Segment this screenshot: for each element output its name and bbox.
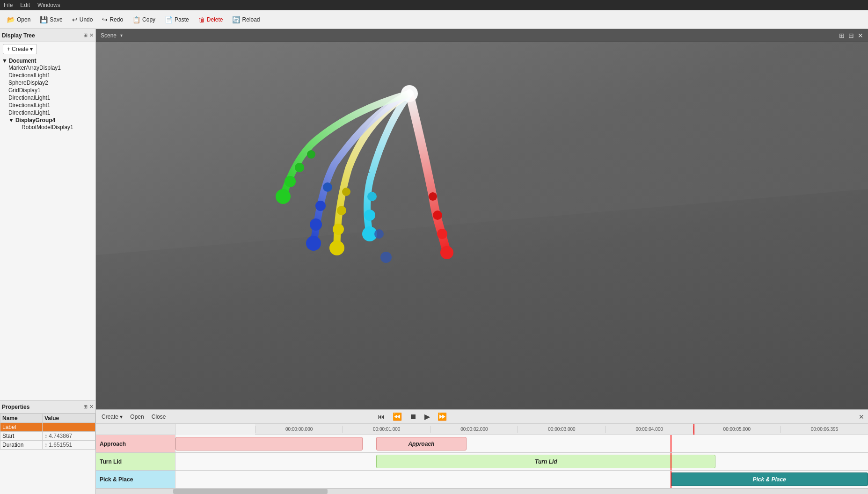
reload-button[interactable]: 🔄 Reload bbox=[228, 14, 264, 26]
viewport-canvas[interactable] bbox=[96, 42, 868, 409]
tree-content: ▼ Document MarkerArrayDisplay1 Direction… bbox=[0, 56, 95, 400]
step-back-button[interactable]: ⏪ bbox=[390, 411, 404, 422]
tree-displaygroup4-label[interactable]: ▼ DisplayGroup4 bbox=[8, 117, 94, 124]
tree-item-dirlight4[interactable]: DirectionalLight1 bbox=[8, 109, 94, 116]
main-layout: Display Tree ⊞ ✕ + Create ▾ ▼ Document bbox=[0, 29, 868, 494]
stop-button[interactable]: ⏹ bbox=[407, 412, 419, 422]
copy-icon: 📋 bbox=[132, 16, 140, 23]
prop-value-0[interactable] bbox=[42, 423, 95, 432]
step-forward-button[interactable]: ⏩ bbox=[435, 411, 449, 422]
track-label-approach-text: Approach bbox=[100, 441, 126, 447]
svg-point-15 bbox=[323, 182, 332, 192]
menu-windows[interactable]: Windows bbox=[37, 2, 60, 8]
save-button[interactable]: 💾 Save bbox=[36, 14, 66, 26]
timeline-close-button[interactable]: Close bbox=[150, 413, 168, 421]
properties-close-icon[interactable]: ✕ bbox=[89, 404, 94, 410]
ruler-mark-2: 00:00:02.000 bbox=[430, 426, 518, 433]
menu-file[interactable]: File bbox=[4, 2, 13, 8]
svg-point-8 bbox=[329, 240, 344, 255]
display-tree-close-icon[interactable]: ✕ bbox=[89, 32, 94, 38]
svg-point-7 bbox=[367, 192, 377, 201]
copy-button[interactable]: 📋 Copy bbox=[128, 14, 160, 26]
svg-point-12 bbox=[306, 236, 321, 251]
tree-item-dirlight2[interactable]: DirectionalLight1 bbox=[8, 94, 94, 102]
timeline-controls: ⏮ ⏪ ⏹ ▶ ⏩ bbox=[375, 411, 449, 422]
create-button[interactable]: + Create ▾ bbox=[3, 44, 37, 54]
svg-point-14 bbox=[315, 201, 326, 211]
delete-icon: 🗑 bbox=[198, 16, 205, 23]
trajectories-svg bbox=[236, 65, 470, 276]
timeline-toolbar-left: Create ▾ Open Close bbox=[100, 413, 168, 421]
scene-dropdown-icon[interactable]: ▾ bbox=[120, 33, 123, 38]
track-row-approach: Approach Approach bbox=[96, 435, 868, 453]
svg-point-6 bbox=[364, 210, 375, 221]
properties-expand-icon[interactable]: ⊞ bbox=[83, 404, 88, 410]
properties-header: Properties ⊞ ✕ bbox=[0, 400, 95, 414]
properties-row-0[interactable]: Label bbox=[0, 423, 95, 432]
timeline-scrollbar[interactable] bbox=[96, 488, 868, 494]
properties-section: Properties ⊞ ✕ Name Value LabelStart↕ 4.… bbox=[0, 400, 95, 494]
track-playhead-pickplace bbox=[671, 471, 671, 488]
redo-button[interactable]: ↪ Redo bbox=[98, 14, 127, 26]
tree-displaygroup4-children: RobotModelDisplay1 bbox=[8, 124, 94, 131]
tree-item-griddisplay[interactable]: GridDisplay1 bbox=[8, 87, 94, 94]
svg-point-19 bbox=[307, 150, 315, 159]
open-label: Open bbox=[17, 16, 30, 23]
svg-point-21 bbox=[380, 252, 392, 263]
tree-item-spheredisplay[interactable]: SphereDisplay2 bbox=[8, 79, 94, 87]
prop-name-0: Label bbox=[0, 423, 43, 432]
tree-item-dirlight3[interactable]: DirectionalLight1 bbox=[8, 102, 94, 109]
undo-button[interactable]: ↩ Undo bbox=[68, 14, 97, 26]
track-label-approach: Approach bbox=[96, 435, 175, 452]
open-button[interactable]: 📂 Open bbox=[3, 14, 35, 26]
tree-item-robotmodel[interactable]: RobotModelDisplay1 bbox=[22, 124, 94, 131]
menu-edit[interactable]: Edit bbox=[20, 2, 30, 8]
viewport-area: Scene ▾ ⊞ ⊟ ✕ bbox=[96, 29, 868, 494]
properties-row-2[interactable]: Duration↕ 1.651551 bbox=[0, 441, 95, 450]
menu-bar: File Edit Windows bbox=[0, 0, 868, 10]
track-block-approach-2[interactable]: Approach bbox=[376, 437, 466, 450]
track-content-approach[interactable]: Approach bbox=[175, 435, 868, 452]
viewport-close-icon[interactable]: ✕ bbox=[858, 32, 863, 39]
save-label: Save bbox=[50, 16, 62, 23]
svg-point-20 bbox=[374, 229, 384, 239]
svg-point-2 bbox=[437, 229, 447, 239]
tree-displaygroup4-arrow: ▼ bbox=[8, 117, 14, 124]
prop-value-2[interactable]: ↕ 1.651551 bbox=[42, 441, 95, 450]
properties-header-icons: ⊞ ✕ bbox=[83, 404, 94, 410]
viewport-tile-icon[interactable]: ⊟ bbox=[848, 32, 854, 39]
tree-document-arrow: ▼ bbox=[2, 58, 7, 64]
timeline-open-button[interactable]: Open bbox=[128, 413, 146, 421]
scene-label[interactable]: Scene bbox=[101, 32, 117, 39]
timeline-panel-close-icon[interactable]: ✕ bbox=[859, 413, 864, 421]
track-block-pickplace[interactable]: Pick & Place bbox=[671, 472, 868, 486]
track-playhead-turnlid bbox=[671, 453, 671, 470]
prop-name-1: Start bbox=[0, 432, 43, 441]
track-block-approach-1[interactable] bbox=[175, 437, 363, 450]
properties-row-1[interactable]: Start↕ 4.743867 bbox=[0, 432, 95, 441]
track-content-turnlid[interactable]: Turn Lid bbox=[175, 453, 868, 470]
tree-document-label[interactable]: ▼ Document bbox=[2, 58, 94, 64]
timeline-tracks: Approach Approach bbox=[96, 435, 868, 488]
save-icon: 💾 bbox=[40, 16, 48, 23]
ruler-mark-1: 00:00:01.000 bbox=[343, 426, 430, 433]
delete-button[interactable]: 🗑 Delete bbox=[194, 14, 227, 26]
tree-group-document: ▼ Document MarkerArrayDisplay1 Direction… bbox=[2, 57, 94, 132]
track-row-pickplace: Pick & Place Pick & Place bbox=[96, 471, 868, 488]
timeline-ruler-row: 00:00:00.000 00:00:01.000 00:00:02.000 0… bbox=[96, 424, 868, 435]
paste-icon: 📄 bbox=[165, 16, 173, 23]
track-block-turnlid[interactable]: Turn Lid bbox=[376, 455, 715, 468]
tree-item-dirlight1[interactable]: DirectionalLight1 bbox=[8, 72, 94, 79]
track-content-pickplace[interactable]: Pick & Place bbox=[175, 471, 868, 488]
rewind-to-start-button[interactable]: ⏮ bbox=[375, 412, 387, 422]
paste-button[interactable]: 📄 Paste bbox=[160, 14, 193, 26]
timeline-scrollbar-thumb[interactable] bbox=[173, 489, 328, 494]
ruler-mark-5: 00:00:05.000 bbox=[693, 426, 780, 433]
prop-value-1[interactable]: ↕ 4.743867 bbox=[42, 432, 95, 441]
timeline-create-button[interactable]: Create ▾ bbox=[100, 413, 124, 421]
tree-item-markerarray[interactable]: MarkerArrayDisplay1 bbox=[8, 64, 94, 72]
display-tree-expand-icon[interactable]: ⊞ bbox=[83, 32, 88, 38]
viewport-grid-icon[interactable]: ⊞ bbox=[839, 32, 845, 39]
track-block-pickplace-label: Pick & Place bbox=[752, 476, 786, 483]
play-button[interactable]: ▶ bbox=[422, 411, 432, 422]
